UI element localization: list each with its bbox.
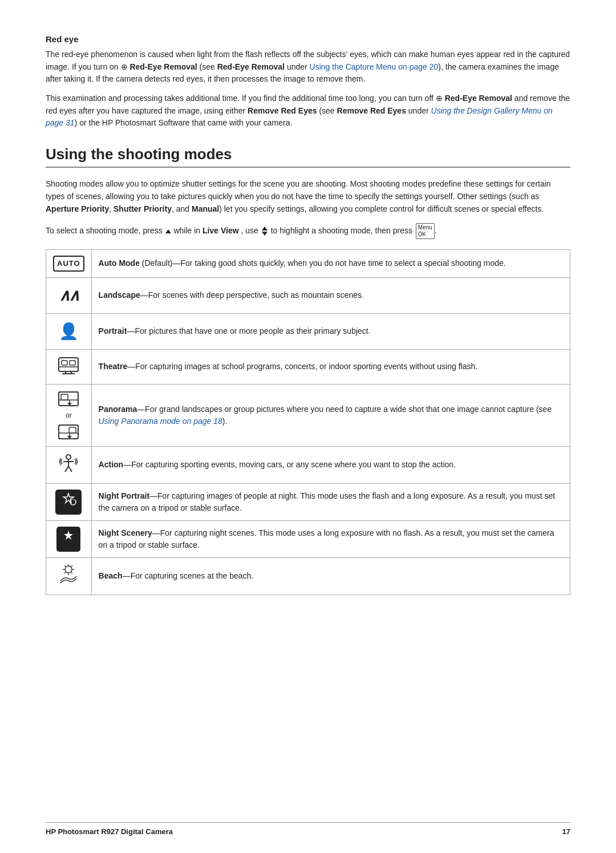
footer-product-name: HP Photosmart R927 Digital Camera — [46, 827, 173, 836]
svg-point-24 — [71, 499, 75, 503]
capture-menu-link[interactable]: Using the Capture Menu on page 20 — [310, 62, 439, 71]
panorama-left-icon — [58, 390, 79, 407]
mode-icon-cell — [46, 349, 92, 384]
shooting-modes-table: AUTO Auto Mode (Default)—For taking good… — [46, 249, 570, 595]
arrow-up-small — [262, 227, 268, 231]
mode-description-cell: Landscape—For scenes with deep perspecti… — [91, 277, 570, 313]
mode-icon-cell: ∧∧ — [46, 277, 92, 313]
arrow-up-icon — [165, 229, 171, 233]
table-row: or Panorama—For grand landscapes or grou… — [46, 384, 570, 446]
shooting-intro-1: Shooting modes allow you to optimize shu… — [46, 178, 570, 215]
mode-icon-cell: AUTO — [46, 250, 92, 278]
theatre-icon — [58, 355, 79, 375]
table-row: AUTO Auto Mode (Default)—For taking good… — [46, 250, 570, 278]
table-row: Action—For capturing sporting events, mo… — [46, 446, 570, 483]
panorama-right-icon — [58, 423, 79, 440]
landscape-icon: ∧∧ — [59, 286, 78, 304]
svg-line-34 — [71, 572, 72, 573]
red-eye-section: Red eye The red-eye phenomenon is caused… — [46, 34, 570, 130]
mode-description-cell: Night Scenery—For capturing night scenes… — [91, 520, 570, 557]
mode-description-cell: Beach—For capturing scenes at the beach. — [91, 557, 570, 595]
svg-line-31 — [64, 565, 66, 567]
table-row: ∧∧ Landscape—For scenes with deep perspe… — [46, 277, 570, 313]
night-portrait-icon — [55, 490, 82, 515]
table-row: Beach—For capturing scenes at the beach. — [46, 557, 570, 595]
mode-icon-cell — [46, 483, 92, 520]
select-mode-instruction: To select a shooting mode, press while i… — [46, 223, 570, 239]
page-content: Red eye The red-eye phenomenon is caused… — [0, 0, 616, 658]
mode-icon-cell — [46, 446, 92, 483]
menu-ok-button: MenuOK — [416, 223, 435, 239]
red-eye-title: Red eye — [46, 34, 570, 44]
svg-point-17 — [66, 455, 71, 459]
mode-icon-cell — [46, 520, 92, 557]
svg-rect-2 — [70, 361, 75, 365]
mode-description-cell: Portrait—For pictures that have one or m… — [91, 313, 570, 349]
mode-icon-cell: or — [46, 384, 92, 446]
svg-rect-13 — [69, 427, 76, 433]
action-icon — [58, 452, 79, 474]
portrait-icon: 👤 — [59, 322, 79, 340]
mode-description-cell: Panorama—For grand landscapes or group p… — [91, 384, 570, 446]
table-row: 👤 Portrait—For pictures that have one or… — [46, 313, 570, 349]
or-label: or — [66, 410, 72, 421]
mode-description-cell: Action—For capturing sporting events, mo… — [91, 446, 570, 483]
night-scenery-icon — [56, 527, 80, 552]
svg-line-21 — [68, 466, 72, 472]
mode-description-cell: Auto Mode (Default)—For taking good shot… — [91, 250, 570, 278]
mode-icon-cell — [46, 557, 92, 595]
svg-marker-25 — [64, 531, 73, 540]
auto-icon: AUTO — [53, 256, 84, 272]
section-heading: Using the shooting modes — [46, 145, 570, 168]
svg-point-26 — [65, 566, 72, 573]
mode-description-cell: Night Portrait—For capturing images of p… — [91, 483, 570, 520]
page-footer: HP Photosmart R927 Digital Camera 17 — [46, 822, 570, 836]
red-eye-para2: This examination and processing takes ad… — [46, 92, 570, 130]
mode-description-cell: Theatre—For capturing images at school p… — [91, 349, 570, 384]
svg-rect-1 — [62, 361, 67, 365]
red-eye-para1: The red-eye phenomenon is caused when li… — [46, 48, 570, 86]
beach-icon — [58, 564, 79, 585]
footer-page-number: 17 — [562, 827, 570, 836]
svg-line-33 — [64, 572, 66, 573]
svg-line-20 — [65, 466, 68, 472]
panorama-mode-link[interactable]: Using Panorama mode on page 18 — [99, 417, 222, 426]
svg-line-32 — [71, 565, 72, 567]
arrow-up-down-icon — [262, 227, 268, 236]
mode-icon-cell: 👤 — [46, 313, 92, 349]
table-row: Night Portrait—For capturing images of p… — [46, 483, 570, 520]
arrow-down-small — [262, 232, 268, 236]
svg-rect-8 — [61, 394, 68, 400]
table-row: Night Scenery—For capturing night scenes… — [46, 520, 570, 557]
table-row: Theatre—For capturing images at school p… — [46, 349, 570, 384]
